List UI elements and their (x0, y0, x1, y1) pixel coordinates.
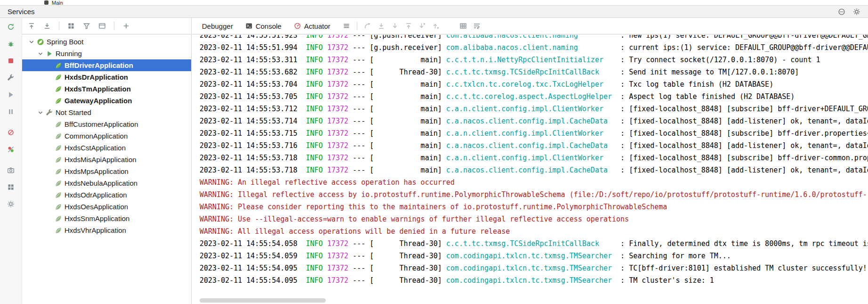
tree-item-label: HxdsMpsApplication (64, 167, 129, 175)
tree-item-hxdssnmapplication[interactable]: HxdsSnmApplication (22, 213, 191, 224)
console-panel: Debugger Console Actuator 2023-02-11 14:… (192, 18, 868, 304)
spring-boot-icon (55, 191, 62, 199)
log-line: 2023-02-11 14:55:53.704 INFO 17372 --- [… (200, 78, 868, 90)
spring-boot-icon (55, 62, 62, 69)
tree-item-gatewayapplication[interactable]: GatewayApplication (22, 95, 191, 107)
actuator-gauge-icon (294, 22, 301, 30)
tab-actuator[interactable]: Actuator (294, 22, 330, 30)
build-wrench-icon[interactable] (6, 73, 16, 82)
prev-occurrence-icon[interactable] (432, 22, 440, 30)
filter-icon[interactable] (82, 21, 91, 31)
services-tree: Spring BootRunningBffDriverApplicationHx… (22, 35, 191, 304)
tab-debugger[interactable]: Debugger (202, 22, 233, 30)
tree-item-hxdscstapplication[interactable]: HxdsCstApplication (22, 142, 191, 154)
spring-boot-icon (55, 97, 62, 105)
spring-boot-icon (55, 74, 62, 81)
spring-boot-icon (55, 227, 62, 234)
tree-item-label: HxdsCstApplication (64, 144, 126, 152)
log-line: 2023-02-11 14:55:53.718 INFO 17372 --- [… (200, 164, 868, 176)
thread-dump-camera-icon[interactable] (6, 165, 16, 175)
tree-item-hxdsdrapplication[interactable]: HxdsDrApplication (22, 71, 191, 83)
log-line: 2023-02-11 14:55:53.311 INFO 17372 --- [… (200, 54, 868, 66)
warning-line: WARNING: Please consider reporting this … (200, 201, 868, 213)
log-line: 2023-02-11 14:55:51.923 INFO 17372 --- [… (200, 35, 868, 41)
chevron-down-icon[interactable] (35, 109, 46, 116)
log-line: 2023-02-11 14:55:54.059 INFO 17372 --- [… (200, 250, 868, 262)
spring-boot-icon (37, 38, 44, 46)
tree-item-label: HxdsDrApplication (64, 73, 128, 81)
add-service-icon[interactable] (121, 21, 131, 31)
tree-item-hxdsmisapiapplication[interactable]: HxdsMisApiApplication (22, 154, 191, 165)
tree-item-hxdsmpsapplication[interactable]: HxdsMpsApplication (22, 165, 191, 177)
mute-breakpoints-icon[interactable] (6, 128, 16, 137)
tab-console[interactable]: Console (245, 22, 281, 30)
arrow-down-icon[interactable] (391, 22, 399, 30)
tree-item-commonapplication[interactable]: CommonApplication (22, 130, 191, 142)
warning-line: WARNING: An illegal reflective access op… (200, 176, 868, 189)
tree-item-bffdriverapplication[interactable]: BffDriverApplication (22, 59, 191, 71)
tab-list-menu-icon[interactable] (343, 22, 350, 30)
tree-item-spring-boot[interactable]: Spring Boot (22, 36, 191, 48)
log-line: 2023-02-11 14:55:53.705 INFO 17372 --- [… (200, 90, 868, 103)
log-line: 2023-02-11 14:55:51.994 INFO 17372 --- [… (200, 41, 868, 54)
tree-item-hxdsvhrapplication[interactable]: HxdsVhrApplication (22, 224, 191, 236)
tree-item-not-started[interactable]: Not Started (22, 107, 191, 118)
tree-toolbar (22, 18, 191, 34)
spring-boot-icon (55, 144, 62, 152)
next-occurrence-icon[interactable] (418, 22, 426, 30)
tree-item-running[interactable]: Running (22, 48, 191, 59)
scroll-up-icon[interactable] (405, 22, 412, 30)
play-icon (46, 50, 53, 58)
log-line: 2023-02-11 14:55:53.715 INFO 17372 --- [… (200, 127, 868, 140)
stripe-settings-icon[interactable] (6, 199, 16, 209)
warning-line: WARNING: Use --illegal-access=warn to en… (200, 213, 868, 225)
spring-boot-icon (55, 203, 62, 211)
pause-icon[interactable] (6, 107, 16, 116)
log-line: 2023-02-11 14:55:54.058 INFO 17372 --- [… (200, 238, 868, 250)
chevron-down-icon[interactable] (26, 38, 37, 46)
expand-all-icon[interactable] (27, 21, 36, 31)
horizontal-scrollbar-thumb[interactable] (200, 298, 326, 303)
chevron-down-icon[interactable] (35, 50, 46, 58)
ide-services-window: Main Services Spring BootRunningBffDrive… (0, 0, 868, 304)
table-view-icon[interactable] (459, 22, 467, 30)
tree-item-label: HxdsOdrApplication (64, 191, 127, 199)
tool-window-body: Spring BootRunningBffDriverApplicationHx… (0, 18, 868, 304)
tree-item-hxdsnebulaapplication[interactable]: HxdsNebulaApplication (22, 177, 191, 189)
tree-item-hxdstmapplication[interactable]: HxdsTmApplication (22, 83, 191, 95)
tree-item-label: BffCustomerApplication (64, 120, 138, 128)
toolbar-separator (357, 22, 357, 30)
stop-icon[interactable] (6, 56, 16, 66)
spring-boot-icon (55, 215, 62, 222)
layout-grid-icon[interactable] (6, 182, 16, 192)
tree-item-label: BffDriverApplication (64, 61, 133, 69)
spring-boot-icon (55, 180, 62, 187)
wrench-icon (46, 109, 53, 116)
soft-wrap-icon[interactable] (473, 22, 481, 30)
rerun-icon[interactable] (6, 22, 16, 32)
log-line: 2023-02-11 14:55:53.682 INFO 17372 --- [… (200, 66, 868, 78)
tree-item-hxdsoesapplication[interactable]: HxdsOesApplication (22, 201, 191, 213)
tool-window-view-mode-icon[interactable] (838, 8, 845, 16)
debug-rerun-icon[interactable] (6, 39, 16, 49)
group-by-icon[interactable] (66, 21, 76, 31)
tree-item-bffcustomerapplication[interactable]: BffCustomerApplication (22, 118, 191, 130)
resume-icon[interactable] (6, 90, 16, 99)
view-breakpoints-icon[interactable] (6, 145, 16, 154)
scroll-down-icon[interactable] (378, 22, 385, 30)
tree-item-hxdsodrapplication[interactable]: HxdsOdrApplication (22, 189, 191, 201)
open-in-new-window-icon[interactable] (97, 21, 107, 31)
tree-item-label: Running (56, 49, 82, 58)
services-tree-panel: Spring BootRunningBffDriverApplicationHx… (22, 18, 192, 304)
tree-item-label: HxdsVhrApplication (64, 226, 126, 234)
tree-item-label: GatewayApplication (64, 97, 132, 105)
settings-gear-icon[interactable] (853, 8, 860, 16)
rerun-curved-arrow-icon[interactable] (364, 22, 371, 30)
tree-item-label: CommonApplication (64, 132, 128, 140)
toolbar-separator (59, 22, 59, 30)
log-line: 2023-02-11 14:55:53.712 INFO 17372 --- [… (200, 103, 868, 115)
collapse-all-icon[interactable] (42, 21, 52, 31)
log-line: 2023-02-11 14:55:53.718 INFO 17372 --- [… (200, 152, 868, 164)
tool-window-title: Services (8, 8, 35, 16)
log-line: 2023-02-11 14:55:53.714 INFO 17372 --- [… (200, 115, 868, 127)
